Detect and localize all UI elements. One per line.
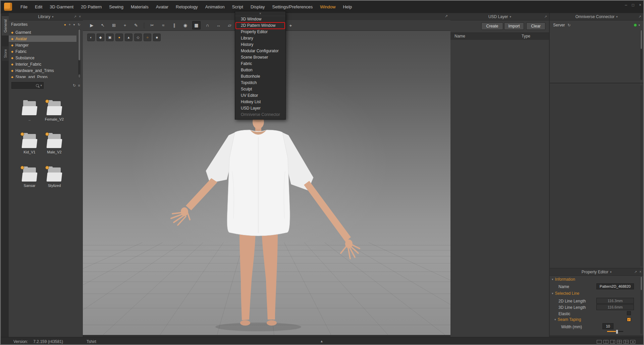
section-selected-line[interactable]: ▾ Selected Line	[552, 291, 579, 296]
menu-edit[interactable]: Edit	[31, 1, 46, 13]
pin-icon[interactable]: ◉	[181, 21, 190, 29]
refresh-favorites-icon[interactable]: ↻	[78, 23, 80, 26]
create-button[interactable]: Create	[481, 22, 503, 30]
flatten-icon[interactable]: ▱	[225, 21, 234, 29]
menu-2d-pattern[interactable]: 2D Pattern	[77, 1, 105, 13]
favorite-item-hardware-and-trims[interactable]: ◆Hardware_and_Trims	[9, 67, 76, 74]
favorite-item-fabric[interactable]: ◆Fabric	[9, 48, 76, 55]
arrangement-points-icon[interactable]: ◇	[134, 33, 142, 41]
tab-general[interactable]: General	[1, 16, 9, 36]
section-information[interactable]: ▾ Information	[552, 277, 575, 282]
search-input[interactable]: ▾	[11, 82, 44, 89]
favorite-item-interior-fabric[interactable]: ◆Interior_Fabric	[9, 61, 76, 67]
list-view-icon[interactable]: ≡	[78, 83, 80, 87]
layout-triple-icon[interactable]	[624, 340, 629, 344]
menu-tearoff[interactable]: ×	[235, 11, 285, 16]
column-name[interactable]: Name	[454, 34, 465, 39]
layout-split-right-icon[interactable]	[610, 340, 615, 344]
omniverse-scrollbar[interactable]	[640, 30, 642, 80]
maximize-icon[interactable]: □	[632, 3, 634, 7]
select-box-icon[interactable]: ⊞	[110, 21, 118, 29]
refresh-server-icon[interactable]: ↻	[568, 23, 571, 27]
record-favorite-icon[interactable]: ●	[64, 23, 66, 26]
simulate-icon[interactable]: ▶	[88, 21, 96, 29]
pen-icon[interactable]: ✎	[132, 21, 140, 29]
show-avatar-icon[interactable]: ◐	[87, 33, 95, 41]
favorites-scrollbar[interactable]	[78, 29, 80, 78]
refresh-library-icon[interactable]: ↻	[73, 83, 76, 88]
menu-item-usd-layer[interactable]: USD Layer	[235, 105, 285, 112]
favorite-item-hanger[interactable]: ◆Hanger	[9, 42, 76, 48]
close-icon[interactable]: ×	[639, 3, 641, 7]
layout-custom-icon[interactable]	[630, 340, 635, 344]
scrollbar-button[interactable]	[78, 74, 80, 78]
favorite-item-avatar[interactable]: ◆Avatar	[9, 36, 76, 42]
library-item-kid-v1[interactable]: Kid_V1	[18, 134, 41, 154]
elastic-checkbox[interactable]	[627, 311, 631, 315]
avatar-tape-icon[interactable]: ▲	[125, 33, 132, 41]
avatar-pose-icon[interactable]: ⌖	[286, 21, 295, 30]
tab-store[interactable]: Store	[1, 46, 9, 61]
menu-item-buttonhole[interactable]: Buttonhole	[235, 73, 285, 80]
chevron-down-icon[interactable]: ▾	[616, 15, 618, 18]
menu-item-history[interactable]: History	[235, 42, 285, 48]
move-gizmo-icon[interactable]: +	[121, 21, 129, 29]
usd-layer-list[interactable]	[450, 40, 549, 337]
server-menu-icon[interactable]: ▾	[638, 23, 640, 27]
menu-item-property-editor[interactable]: Property Editor	[235, 29, 285, 35]
sewing-icon[interactable]: ≈	[159, 21, 167, 29]
show-pattern-grid-icon[interactable]: ▦	[192, 21, 201, 29]
menu-item-modular-configurator[interactable]: Modular Configurator	[235, 48, 285, 54]
favorite-item-garment[interactable]: ◆Garment	[9, 29, 76, 36]
close-panel-icon[interactable]: ×	[639, 270, 641, 274]
close-panel-icon[interactable]: ×	[79, 15, 81, 18]
menu-item-3d-window[interactable]: 3D Window	[235, 16, 285, 22]
library-item-stylized[interactable]: Stylized	[43, 167, 66, 188]
omniverse-content-area[interactable]	[550, 83, 643, 268]
menu-item-fabric[interactable]: Fabric	[235, 61, 285, 67]
section-seam-taping[interactable]: ▾ Seam Taping	[554, 317, 581, 322]
float-panel-icon[interactable]: ↗	[634, 270, 637, 274]
menu-3d-garment[interactable]: 3D Garment	[46, 1, 77, 13]
minimize-icon[interactable]: –	[625, 3, 627, 7]
menu-avatar[interactable]: Avatar	[152, 1, 172, 13]
magnet-icon[interactable]: ∩	[203, 21, 212, 29]
layout-split-left-icon[interactable]	[603, 340, 608, 344]
chevron-down-icon[interactable]: ▾	[610, 270, 612, 274]
menu-item-button[interactable]: Button	[235, 67, 285, 73]
menu-item-sculpt[interactable]: Sculpt	[235, 86, 285, 92]
library-item-male-v2[interactable]: Male_V2	[43, 134, 66, 154]
clear-button[interactable]: Clear	[526, 22, 545, 30]
segment-sewing-icon[interactable]: ∥	[170, 21, 178, 29]
scissors-icon[interactable]: ✂	[148, 21, 156, 29]
chevron-down-icon[interactable]: ▾	[52, 15, 54, 18]
show-shoes-icon[interactable]: ▣	[106, 33, 114, 41]
avatar-measure-icon[interactable]: ■	[153, 33, 161, 41]
show-accessories-icon[interactable]: ●	[115, 33, 123, 41]
tearoff-close-icon[interactable]: ×	[259, 12, 261, 15]
seam-taping-checkbox[interactable]: ✓	[627, 318, 631, 322]
float-panel-icon[interactable]: ↗	[639, 15, 641, 18]
width-field[interactable]: 10	[602, 323, 613, 329]
measure-icon[interactable]: ↔	[214, 21, 223, 29]
menu-item-uv-editor[interactable]: UV Editor	[235, 92, 285, 99]
float-panel-icon[interactable]: ↗	[544, 15, 547, 18]
avatar-size-icon[interactable]: ○	[144, 33, 151, 41]
menu-materials[interactable]: Materials	[127, 1, 152, 13]
property-scrollbar[interactable]	[640, 276, 642, 334]
menu-sewing[interactable]: Sewing	[105, 1, 127, 13]
menu-help[interactable]: Help	[339, 1, 356, 13]
layout-quad-icon[interactable]	[617, 340, 622, 344]
menu-file[interactable]: File	[17, 1, 31, 13]
menu-item-topstitch[interactable]: Topstitch	[235, 80, 285, 86]
layout-single-icon[interactable]	[597, 340, 602, 344]
slider-handle[interactable]	[616, 330, 618, 334]
chevron-down-icon[interactable]: ▾	[510, 15, 512, 18]
menu-window[interactable]: Window	[316, 1, 339, 13]
expand-statusbar-icon[interactable]: ▲	[320, 339, 323, 343]
select-move-icon[interactable]: ↖	[99, 21, 107, 29]
favorite-item-substance[interactable]: ◆Substance	[9, 55, 76, 61]
float-panel-icon[interactable]: ↗	[74, 15, 76, 18]
show-hair-icon[interactable]: ◆	[97, 33, 104, 41]
scrollbar-thumb[interactable]	[641, 277, 642, 290]
